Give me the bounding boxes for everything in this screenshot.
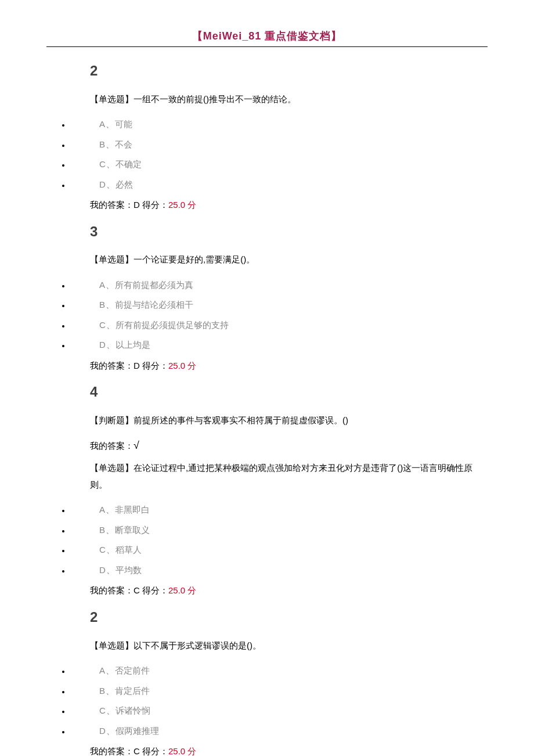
option-label: D、 [99, 726, 116, 736]
option-item: B、肯定后件 [70, 681, 488, 701]
option-label: B、 [99, 525, 115, 535]
question-number: 3 [90, 218, 488, 245]
option-text: 肯定后件 [115, 686, 150, 696]
option-list: A、非黑即白B、断章取义C、稻草人D、平均数 [60, 500, 488, 580]
option-label: D、 [99, 179, 116, 189]
option-label: D、 [99, 340, 116, 350]
question-number: 4 [90, 379, 488, 405]
option-text: 诉诸怜悯 [116, 705, 150, 715]
option-list: A、可能B、不会C、不确定D、必然 [60, 114, 488, 195]
option-item: D、假两难推理 [70, 721, 488, 741]
option-label: A、 [99, 665, 115, 675]
check-icon: √ [134, 440, 139, 451]
option-list: A、所有前提都必须为真B、前提与结论必须相干C、所有前提必须提供足够的支持D、以… [60, 275, 488, 355]
option-text: 否定前件 [115, 665, 150, 675]
option-item: B、前提与结论必须相干 [70, 295, 488, 315]
option-text: 不会 [115, 139, 132, 149]
option-text: 不确定 [116, 159, 142, 169]
option-item: A、可能 [70, 114, 488, 135]
question-text: 【单选题】一个论证要是好的,需要满足()。 [90, 251, 488, 268]
option-text: 以上均是 [116, 340, 150, 350]
score-value: 25.0 分 [168, 200, 196, 210]
option-label: C、 [99, 320, 116, 330]
question-block: 4【判断题】前提所述的事件与客观事实不相符属于前提虚假谬误。()我的答案：√ [90, 379, 488, 455]
option-item: D、以上均是 [70, 335, 488, 355]
option-text: 假两难推理 [116, 726, 159, 736]
option-item: C、稻草人 [70, 540, 488, 560]
score-value: 25.0 分 [168, 585, 196, 595]
option-label: C、 [99, 705, 116, 715]
option-list: A、否定前件B、肯定后件C、诉诸怜悯D、假两难推理 [60, 661, 488, 741]
option-item: A、非黑即白 [70, 500, 488, 520]
question-block: 2【单选题】一组不一致的前提()推导出不一致的结论。A、可能B、不会C、不确定D… [90, 57, 488, 214]
option-item: B、不会 [70, 135, 488, 155]
option-item: B、断章取义 [70, 520, 488, 541]
question-number: 2 [90, 604, 488, 631]
question-text: 【单选题】在论证过程中,通过把某种极端的观点强加给对方来丑化对方是违背了()这一… [90, 460, 488, 493]
option-label: D、 [99, 565, 116, 575]
answer-line: 我的答案：C 得分：25.0 分 [90, 582, 488, 599]
option-label: B、 [99, 139, 115, 149]
option-item: A、否定前件 [70, 661, 488, 681]
page-header: 【MeiWei_81 重点借鉴文档】 [46, 29, 488, 47]
question-text: 【判断题】前提所述的事件与客观事实不相符属于前提虚假谬误。() [90, 412, 488, 429]
option-item: C、所有前提必须提供足够的支持 [70, 315, 488, 336]
answer-line: 我的答案：D 得分：25.0 分 [90, 197, 488, 214]
option-label: A、 [99, 505, 115, 514]
option-text: 所有前提必须提供足够的支持 [116, 320, 229, 330]
option-text: 平均数 [116, 565, 142, 575]
option-label: B、 [99, 300, 115, 309]
document-body: 2【单选题】一组不一致的前提()推导出不一致的结论。A、可能B、不会C、不确定D… [46, 57, 488, 756]
option-text: 必然 [116, 179, 133, 189]
answer-line: 我的答案：√ [90, 435, 488, 455]
option-item: D、必然 [70, 175, 488, 195]
answer-line: 我的答案：D 得分：25.0 分 [90, 358, 488, 375]
option-label: C、 [99, 159, 116, 169]
option-item: D、平均数 [70, 560, 488, 581]
option-label: A、 [99, 280, 115, 290]
option-label: A、 [99, 119, 115, 129]
question-block: 【单选题】在论证过程中,通过把某种极端的观点强加给对方来丑化对方是违背了()这一… [90, 460, 488, 599]
option-text: 断章取义 [115, 525, 150, 535]
option-text: 非黑即白 [115, 505, 150, 514]
option-label: C、 [99, 545, 116, 555]
option-item: C、不确定 [70, 154, 488, 175]
option-item: C、诉诸怜悯 [70, 701, 488, 721]
option-text: 前提与结论必须相干 [115, 300, 193, 309]
option-text: 可能 [115, 119, 132, 129]
option-item: A、所有前提都必须为真 [70, 275, 488, 296]
question-block: 3【单选题】一个论证要是好的,需要满足()。A、所有前提都必须为真B、前提与结论… [90, 218, 488, 375]
answer-line: 我的答案：C 得分：25.0 分 [90, 743, 488, 756]
question-text: 【单选题】一组不一致的前提()推导出不一致的结论。 [90, 91, 488, 108]
option-text: 所有前提都必须为真 [115, 280, 193, 290]
score-value: 25.0 分 [168, 361, 196, 370]
question-block: 2【单选题】以下不属于形式逻辑谬误的是()。A、否定前件B、肯定后件C、诉诸怜悯… [90, 604, 488, 756]
question-number: 2 [90, 57, 488, 84]
score-value: 25.0 分 [168, 746, 196, 756]
option-text: 稻草人 [116, 545, 142, 555]
question-text: 【单选题】以下不属于形式逻辑谬误的是()。 [90, 638, 488, 654]
option-label: B、 [99, 686, 115, 696]
